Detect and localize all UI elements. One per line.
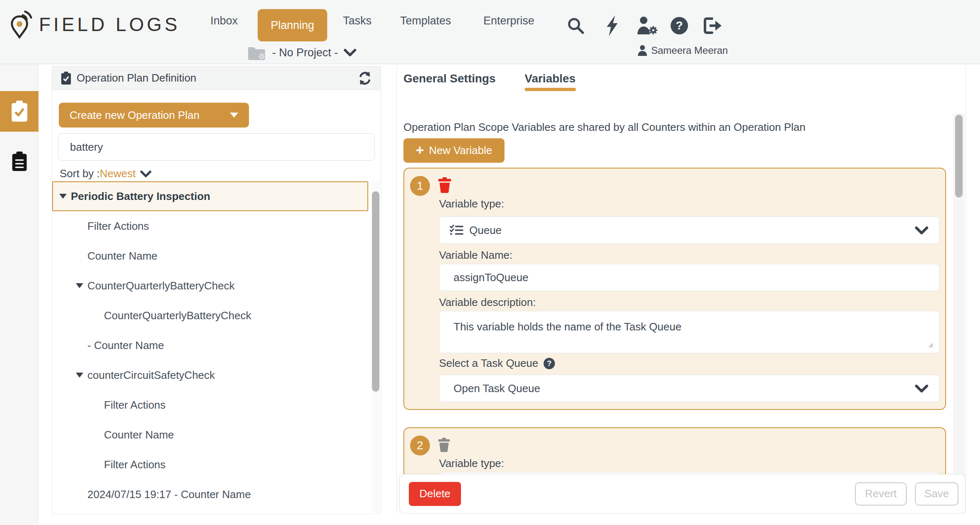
refresh-button[interactable]: [357, 71, 372, 86]
left-panel-scrollbar[interactable]: [372, 181, 380, 515]
nav-planning[interactable]: Planning: [258, 9, 327, 41]
delete-button[interactable]: Delete: [409, 482, 461, 506]
operation-plan-panel-header: Operation Plan Definition: [52, 67, 381, 90]
lightning-bolt-icon: [605, 15, 619, 36]
svg-text:?: ?: [676, 19, 683, 32]
help-button[interactable]: ?: [669, 15, 690, 36]
tree-item[interactable]: - Counter Name: [52, 330, 381, 360]
user-chip[interactable]: Sameera Meeran: [638, 43, 728, 58]
tree-item-label: - Counter Name: [87, 339, 164, 352]
nav-tasks[interactable]: Tasks: [343, 0, 372, 41]
caret-down-icon: [230, 113, 238, 118]
save-button[interactable]: Save: [915, 482, 958, 506]
list-check-icon: [449, 224, 463, 236]
operation-plan-detail-panel: General Settings Variables Operation Pla…: [396, 66, 966, 513]
nav-enterprise[interactable]: Enterprise: [483, 0, 534, 41]
resize-grip-icon[interactable]: [927, 342, 934, 348]
tree-item-label: counterCircuitSafetyCheck: [87, 369, 215, 382]
user-settings-button[interactable]: [636, 15, 658, 36]
caret-down-icon: [59, 194, 67, 199]
operation-plan-tree: Periodic Battery Inspection Filter Actio…: [52, 181, 381, 515]
variable-name-input[interactable]: [439, 264, 939, 291]
variable-type-label: Variable type:: [439, 197, 504, 210]
quick-actions-button[interactable]: [601, 15, 623, 36]
tab-general-settings[interactable]: General Settings: [403, 72, 496, 91]
panel-title: Operation Plan Definition: [77, 72, 352, 84]
brand-name: FIELD LOGS: [39, 13, 180, 36]
operation-plan-panel: Operation Plan Definition Create new Ope…: [52, 66, 381, 514]
clipboard-check-icon: [60, 72, 72, 85]
tree-item[interactable]: Filter Actions: [52, 211, 381, 241]
task-queue-label-row: Select a Task Queue ?: [439, 357, 555, 370]
variable-name-label: Variable Name:: [439, 249, 512, 262]
tree-item-label: Filter Actions: [104, 458, 166, 471]
detail-tabs: General Settings Variables: [403, 72, 576, 91]
variable-type-label: Variable type:: [439, 457, 504, 470]
search-button[interactable]: [565, 15, 587, 36]
refresh-icon: [357, 71, 372, 86]
tree-item-label: CounterQuarterlyBatteryCheck: [104, 309, 251, 322]
tree-item[interactable]: Counter Name: [52, 420, 381, 450]
tree-item-label: CounterQuarterlyBatteryCheck: [87, 279, 234, 292]
fieldlogs-logo-icon: [7, 10, 33, 39]
nav-templates[interactable]: Templates: [400, 0, 451, 41]
create-operation-plan-button[interactable]: Create new Operation Plan: [59, 103, 249, 128]
new-variable-button[interactable]: + New Variable: [403, 138, 504, 163]
chevron-down-icon: [915, 226, 928, 234]
variable-type-value: Queue: [469, 224, 502, 237]
user-gear-icon: [636, 16, 658, 35]
delete-variable-2-button[interactable]: [438, 436, 452, 453]
tree-item-counter[interactable]: counterCircuitSafetyCheck: [52, 360, 381, 390]
help-icon[interactable]: ?: [543, 357, 555, 370]
tree-item[interactable]: CounterQuarterlyBatteryCheck: [52, 301, 381, 330]
variable-description-textarea[interactable]: This variable holds the name of the Task…: [439, 311, 939, 353]
svg-text:?: ?: [547, 359, 552, 367]
tree-item[interactable]: 2024/07/15 19:17 - Counter Name: [52, 479, 381, 509]
detail-footer-bar: Delete Revert Save: [399, 474, 966, 513]
variables-scrollbar[interactable]: [953, 113, 965, 513]
nav-inbox[interactable]: Inbox: [210, 0, 238, 41]
tab-variables[interactable]: Variables: [525, 72, 576, 91]
caret-down-icon: [76, 283, 83, 288]
variable-card-1: 1 Variable type:: [403, 168, 946, 410]
variable-index-badge: 1: [410, 176, 430, 196]
task-queue-select[interactable]: Open Task Queue: [439, 375, 939, 402]
clipboard-check-icon: [10, 101, 29, 122]
delete-variable-1-button[interactable]: [438, 177, 452, 193]
chevron-down-icon: [344, 49, 356, 56]
project-selector[interactable]: - No Project -: [247, 43, 356, 62]
clipboard-list-icon: [11, 152, 28, 171]
tree-item[interactable]: Counter Name: [52, 241, 381, 271]
task-queue-label: Select a Task Queue: [439, 357, 538, 370]
tree-item-label: 2024/07/15 19:17 - Counter Name: [87, 488, 251, 501]
rail-item-operation-plans[interactable]: [0, 91, 39, 132]
create-operation-plan-label: Create new Operation Plan: [70, 109, 200, 122]
tree-item-label: Counter Name: [104, 429, 174, 441]
trash-icon: [438, 177, 451, 193]
logout-button[interactable]: [702, 15, 723, 36]
operation-plan-search-input[interactable]: [58, 133, 375, 161]
search-icon: [567, 17, 585, 35]
chevron-down-icon: [140, 171, 152, 177]
tree-item-operation-plan[interactable]: Periodic Battery Inspection: [52, 181, 368, 211]
folder-gear-icon: [247, 45, 266, 60]
sort-selector[interactable]: Newest: [100, 167, 152, 180]
tree-item-counter[interactable]: CounterQuarterlyBatteryCheck: [52, 271, 381, 301]
plus-icon: +: [416, 143, 424, 157]
sort-row: Sort by : Newest: [60, 167, 152, 180]
tree-item[interactable]: Filter Actions: [52, 390, 381, 420]
tree-item[interactable]: Filter Actions: [52, 450, 381, 479]
rail-item-logs[interactable]: [0, 142, 39, 181]
project-selector-label: - No Project -: [272, 46, 338, 59]
new-variable-label: New Variable: [429, 144, 492, 157]
tree-item-label: Filter Actions: [87, 220, 149, 233]
variable-type-select[interactable]: Queue: [439, 217, 939, 244]
scrollbar-thumb[interactable]: [372, 191, 379, 392]
tree-item-label: Periodic Battery Inspection: [71, 190, 210, 203]
help-icon: ?: [670, 16, 689, 35]
revert-button[interactable]: Revert: [855, 482, 907, 506]
sort-value: Newest: [100, 167, 136, 180]
scrollbar-thumb[interactable]: [955, 115, 963, 197]
chevron-down-icon: [915, 385, 928, 393]
variables-description: Operation Plan Scope Variables are share…: [403, 121, 942, 134]
